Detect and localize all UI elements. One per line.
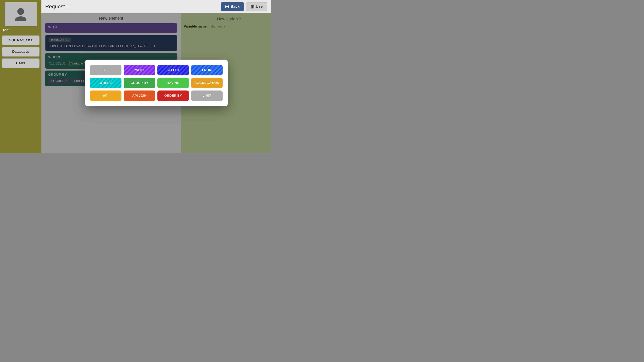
use-label: Use bbox=[256, 4, 263, 9]
sidebar-item-users[interactable]: Users bbox=[2, 58, 40, 68]
orderby-button[interactable]: ORDER BY bbox=[158, 91, 189, 101]
sidebar-item-sql-requests[interactable]: SQL Requests bbox=[2, 35, 40, 45]
app-layout: root SQL Requests Databases Users Reques… bbox=[0, 0, 271, 153]
aggregation-button[interactable]: AGGREGATION bbox=[191, 78, 222, 88]
api-button[interactable]: API bbox=[90, 91, 122, 101]
with-button[interactable]: WITH bbox=[124, 65, 155, 75]
content-area: New element WITH table1 AS T1 JOIN CTE1 … bbox=[42, 13, 271, 153]
modal-grid: SET WITH SELECT FROM WHERE GROUP BY HAVI… bbox=[90, 65, 222, 101]
set-button[interactable]: SET bbox=[90, 65, 122, 75]
avatar bbox=[5, 2, 37, 26]
having-button[interactable]: HAVING bbox=[158, 78, 189, 88]
sidebar-item-databases[interactable]: Databases bbox=[2, 47, 40, 57]
from-button[interactable]: FROM bbox=[191, 65, 222, 75]
back-label: Back bbox=[230, 4, 240, 9]
sidebar-nav: SQL Requests Databases Users bbox=[0, 35, 42, 68]
groupby-button[interactable]: GROUP BY bbox=[124, 78, 155, 88]
user-avatar-icon bbox=[13, 6, 28, 22]
select-button[interactable]: SELECT bbox=[158, 65, 189, 75]
back-button[interactable]: ⏮ Back bbox=[221, 2, 244, 11]
svg-point-0 bbox=[17, 8, 24, 15]
where-button[interactable]: WHERE bbox=[90, 78, 122, 88]
use-button[interactable]: ▣ Use bbox=[246, 2, 268, 11]
limit-button[interactable]: LIMIT bbox=[191, 91, 222, 101]
back-icon: ⏮ bbox=[225, 4, 229, 9]
main-content: Request 1 ⏮ Back ▣ Use New element bbox=[42, 0, 271, 153]
svg-point-1 bbox=[15, 17, 26, 21]
header: Request 1 ⏮ Back ▣ Use bbox=[42, 0, 271, 13]
page-title: Request 1 bbox=[45, 4, 221, 10]
header-buttons: ⏮ Back ▣ Use bbox=[221, 2, 268, 11]
use-icon: ▣ bbox=[251, 4, 254, 9]
apijoin-button[interactable]: API JOIN bbox=[124, 91, 155, 101]
modal-dialog: SET WITH SELECT FROM WHERE GROUP BY HAVI… bbox=[85, 60, 228, 106]
sidebar-username: root bbox=[0, 28, 10, 32]
modal-backdrop[interactable]: SET WITH SELECT FROM WHERE GROUP BY HAVI… bbox=[42, 13, 271, 153]
sidebar: root SQL Requests Databases Users bbox=[0, 0, 42, 153]
